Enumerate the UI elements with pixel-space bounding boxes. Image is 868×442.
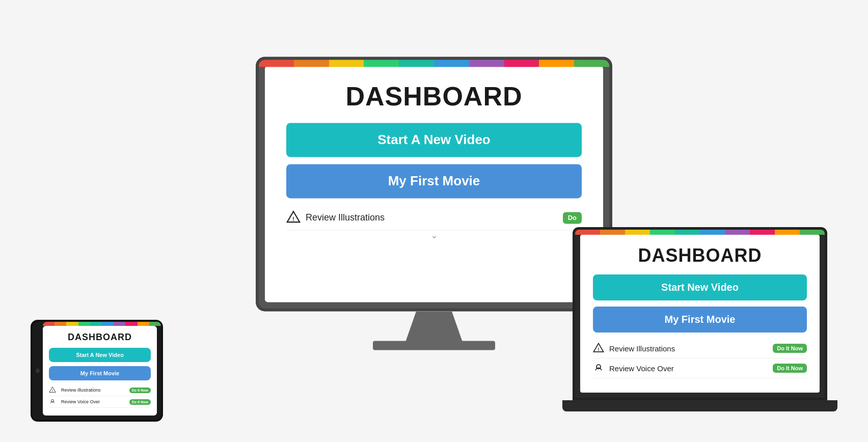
laptop-screen: DASHBOARD Start New Video My First Movie… [580, 235, 820, 393]
laptop-review-illustrations-row: ! Review Illustrations Do It Now [593, 339, 807, 358]
desktop-monitor: DASHBOARD Start A New Video My First Mov… [256, 57, 612, 350]
tablet-illustrations-icon: ! [49, 386, 56, 394]
monitor-frame: DASHBOARD Start A New Video My First Mov… [256, 57, 612, 311]
monitor-screen: DASHBOARD Start A New Video My First Mov… [265, 66, 603, 302]
monitor-review-illustrations-row: ! Review Illustrations Do [286, 205, 582, 230]
laptop-my-first-movie-button[interactable]: My First Movie [593, 307, 807, 333]
monitor-do-it-now-badge: Do [563, 212, 582, 224]
laptop-voice-over-icon [593, 363, 604, 374]
tablet-review-voice-over-label: Review Voice Over [61, 399, 129, 404]
laptop-bottom-bar [562, 400, 837, 411]
svg-text:!: ! [598, 347, 600, 352]
laptop-review-voice-over-row: Review Voice Over Do It Now [593, 358, 807, 378]
laptop-review-illustrations-label: Review Illustrations [609, 344, 773, 353]
tablet-review-voice-over-badge: Do It Now [129, 399, 151, 405]
tablet-device: DASHBOARD Start A New Video My First Mov… [31, 320, 163, 422]
laptop-colorbar [575, 230, 825, 235]
tablet-colorbar [43, 322, 161, 326]
tablet-review-voice-over-row: Review Voice Over Do It Now [49, 396, 151, 408]
svg-text:!: ! [52, 389, 53, 392]
laptop-device: DASHBOARD Start New Video My First Movie… [562, 227, 837, 411]
laptop-dashboard-title: DASHBOARD [638, 245, 762, 266]
svg-text:!: ! [292, 216, 294, 222]
illustrations-icon: ! [286, 210, 301, 225]
monitor-colorbar [259, 60, 609, 67]
monitor-my-first-movie-button[interactable]: My First Movie [286, 164, 582, 198]
monitor-chevron-down: ⌄ [426, 230, 442, 240]
laptop-start-new-video-button[interactable]: Start New Video [593, 274, 807, 300]
tablet-review-illustrations-badge: Do It Now [129, 388, 151, 393]
tablet-dashboard-title: DASHBOARD [68, 332, 132, 343]
tablet-review-illustrations-row: ! Review Illustrations Do It Now [49, 384, 151, 396]
monitor-stand [398, 311, 470, 342]
tablet-frame: DASHBOARD Start A New Video My First Mov… [31, 320, 163, 422]
monitor-base [373, 341, 495, 350]
monitor-review-illustrations-label: Review Illustrations [306, 212, 563, 223]
monitor-start-new-video-button[interactable]: Start A New Video [286, 123, 582, 157]
laptop-review-voice-over-badge: Do It Now [773, 364, 807, 373]
laptop-frame: DASHBOARD Start New Video My First Movie… [573, 227, 827, 400]
monitor-dashboard-title: DASHBOARD [346, 81, 523, 112]
tablet-review-illustrations-label: Review Illustrations [61, 388, 129, 393]
laptop-review-illustrations-badge: Do It Now [773, 344, 807, 353]
tablet-home-button [36, 369, 40, 373]
laptop-review-voice-over-label: Review Voice Over [609, 364, 773, 373]
laptop-illustrations-icon: ! [593, 343, 604, 354]
tablet-voice-over-icon [49, 398, 56, 405]
tablet-my-first-movie-button[interactable]: My First Movie [49, 366, 151, 380]
tablet-screen: DASHBOARD Start A New Video My First Mov… [43, 326, 157, 416]
tablet-start-new-video-button[interactable]: Start A New Video [49, 348, 151, 362]
